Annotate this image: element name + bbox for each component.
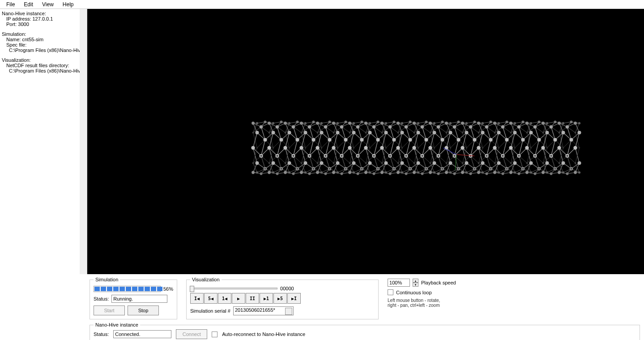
svg-point-1051 [449,161,452,165]
svg-point-927 [345,121,347,123]
svg-point-1189 [553,138,557,142]
menu-bar: File Edit View Help [0,0,644,9]
frame-slider[interactable] [190,288,277,289]
svg-point-912 [332,171,335,174]
svg-point-924 [341,155,343,157]
svg-point-896 [317,132,319,133]
svg-point-1004 [405,155,407,157]
svg-point-1019 [417,131,420,134]
svg-point-851 [288,161,291,165]
svg-point-1103 [490,168,492,170]
fwd5-button[interactable]: ▶5 [273,293,287,304]
svg-point-1115 [498,147,500,149]
svg-point-1062 [453,172,456,175]
frame-slider-thumb[interactable] [190,286,194,292]
svg-point-1154 [526,162,528,164]
speed-up-icon[interactable]: ▲ [413,279,418,283]
svg-point-1218 [574,122,577,125]
svg-point-1112 [493,171,496,174]
svg-point-1091 [481,161,485,165]
speed-down-icon[interactable]: ▼ [413,283,418,287]
svg-point-816 [252,132,254,133]
stop-button[interactable]: Stop [128,306,159,315]
svg-point-1033 [433,171,435,173]
svg-point-874 [301,162,303,164]
svg-point-893 [320,171,323,173]
svg-point-1054 [446,162,448,164]
svg-point-1018 [413,122,416,125]
main-area: Nano-Hive instance: IP address: 127.0.0.… [0,9,644,274]
svg-point-983 [393,168,395,170]
svg-point-1055 [450,147,452,149]
svg-point-1118 [493,122,496,125]
first-frame-button[interactable]: I◀ [190,293,204,304]
svg-point-1027 [425,121,428,123]
svg-point-1093 [482,171,484,173]
svg-point-1083 [473,168,476,170]
svg-point-1188 [550,125,553,129]
back5-button[interactable]: 5◀ [204,293,218,304]
svg-point-1032 [429,171,432,174]
svg-point-982 [389,172,392,175]
sim-serial-dropdown[interactable]: 20130506021655* [233,306,294,315]
svg-point-1203 [570,168,572,170]
svg-point-1128 [501,125,504,129]
svg-point-904 [325,155,327,157]
svg-point-1071 [465,161,469,165]
visualization-legend: Visualization [190,277,222,282]
sidebar-port: Port: 3000 [2,22,85,27]
play-button[interactable]: ▶ [232,293,245,304]
svg-point-1017 [417,122,419,124]
svg-point-1138 [509,122,512,125]
svg-point-864 [293,155,294,157]
menu-edit[interactable]: Edit [19,0,38,9]
back1-button[interactable]: 1◀ [218,293,231,304]
continuous-loop-label: Continuous loop [396,290,432,295]
menu-help[interactable]: Help [58,0,78,9]
svg-point-993 [401,171,403,173]
playback-speed-spinner[interactable]: 100% [388,279,410,287]
sidebar-scrollbar[interactable] [80,9,87,274]
svg-point-938 [348,122,351,125]
start-button: Start [94,306,125,315]
continuous-loop-checkbox[interactable] [388,289,393,295]
svg-point-817 [256,122,258,124]
svg-point-1123 [506,168,508,170]
svg-point-917 [337,122,339,124]
pause-button[interactable]: II [246,293,259,304]
svg-point-978 [380,122,384,125]
svg-point-997 [401,122,403,124]
svg-point-963 [377,168,379,170]
sidebar-visualization-header: Visualization: [2,57,85,63]
svg-point-1187 [554,121,557,123]
svg-point-815 [256,147,258,149]
svg-point-1111 [497,161,501,165]
fwd1-button[interactable]: ▶1 [260,293,273,304]
svg-point-1048 [437,125,440,129]
svg-line-1222 [443,148,456,155]
svg-point-895 [321,147,323,149]
autoreconnect-checkbox[interactable] [212,331,218,337]
svg-point-1171 [546,161,549,165]
svg-point-1108 [485,125,488,129]
svg-point-1177 [546,122,548,124]
svg-point-823 [264,168,266,170]
svg-line-398 [406,140,410,156]
svg-point-829 [263,138,267,142]
svg-point-1158 [525,122,529,125]
svg-point-1063 [457,168,460,170]
svg-line-198 [326,140,330,156]
svg-point-984 [389,155,391,157]
svg-point-950 [364,146,367,150]
viewport-3d[interactable] [87,9,644,274]
sidebar-spec-label: Spec file: [2,42,85,47]
svg-point-1079 [465,131,469,134]
menu-view[interactable]: View [38,0,58,9]
svg-point-1076 [462,132,464,133]
svg-point-1050 [444,146,448,150]
last-frame-button[interactable]: ▶I [287,293,301,304]
svg-point-974 [381,162,383,164]
svg-line-678 [519,140,523,156]
menu-file[interactable]: File [2,0,19,9]
svg-point-1199 [562,131,565,134]
